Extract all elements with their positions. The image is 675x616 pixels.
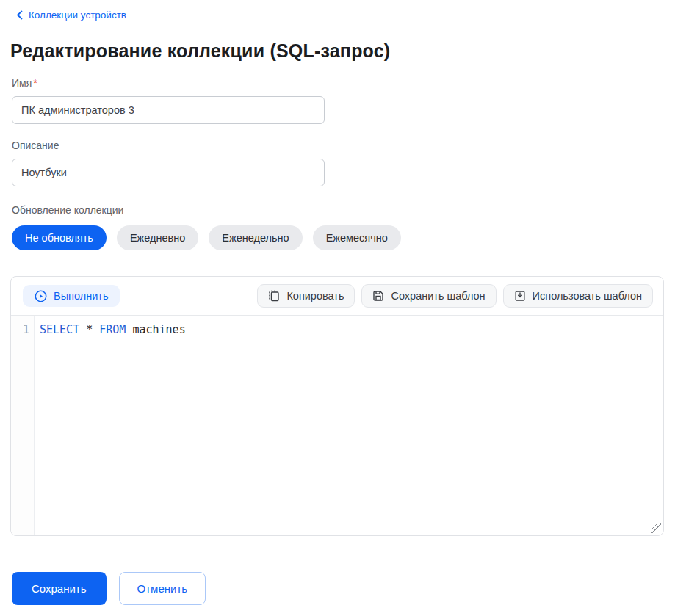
description-input[interactable] — [12, 159, 325, 186]
use-template-label: Использовать шаблон — [533, 290, 642, 302]
copy-query-button[interactable]: Копировать — [257, 284, 355, 308]
description-label: Описание — [12, 139, 675, 151]
refresh-section-label: Обновление коллекции — [12, 204, 675, 216]
refresh-option-monthly[interactable]: Ежемесячно — [313, 225, 401, 250]
sql-code-editor[interactable]: 1 SELECT * FROM machines — [11, 316, 663, 535]
cancel-button[interactable]: Отменить — [119, 572, 206, 605]
editor-resize-handle[interactable] — [651, 523, 661, 533]
page-title: Редактирование коллекции (SQL-запрос) — [10, 40, 675, 62]
save-template-button[interactable]: Сохранить шаблон — [361, 284, 496, 308]
description-field-group: Описание — [12, 139, 675, 186]
sql-keyword-select: SELECT — [40, 323, 79, 336]
copy-icon — [268, 290, 280, 302]
line-number-gutter: 1 — [11, 316, 35, 535]
import-template-icon — [514, 290, 526, 302]
refresh-option-daily[interactable]: Ежедневно — [117, 225, 198, 250]
name-field-group: Имя* — [12, 77, 675, 124]
code-line[interactable]: SELECT * FROM machines — [35, 316, 663, 535]
save-template-label: Сохранить шаблон — [391, 290, 485, 302]
line-number: 1 — [23, 323, 29, 336]
save-button[interactable]: Сохранить — [12, 572, 107, 605]
run-query-button[interactable]: Выполнить — [23, 285, 120, 307]
copy-query-label: Копировать — [286, 290, 344, 302]
run-query-label: Выполнить — [54, 290, 108, 302]
sql-keyword-from: FROM — [99, 323, 126, 336]
refresh-option-weekly[interactable]: Еженедельно — [209, 225, 302, 250]
sql-editor-toolbar: Выполнить Копировать — [11, 277, 663, 316]
required-asterisk: * — [33, 77, 37, 89]
play-circle-icon — [35, 290, 47, 302]
sql-editor-panel: Выполнить Копировать — [10, 276, 664, 536]
save-floppy-icon — [372, 290, 384, 302]
form-actions: Сохранить Отменить — [12, 572, 675, 605]
chevron-left-icon — [16, 10, 23, 20]
sql-asterisk: * — [79, 323, 99, 336]
use-template-button[interactable]: Использовать шаблон — [503, 284, 653, 308]
name-input[interactable] — [12, 96, 325, 124]
toolbar-right-group: Копировать Сохранить шаблон — [257, 284, 653, 308]
back-to-collections-link[interactable]: Коллекции устройств — [16, 10, 126, 21]
refresh-options-segmented-control: Не обновлять Ежедневно Еженедельно Ежеме… — [12, 225, 675, 250]
back-link-label: Коллекции устройств — [29, 10, 126, 21]
name-label: Имя* — [12, 77, 675, 89]
sql-table-name: machines — [126, 323, 185, 336]
refresh-option-never[interactable]: Не обновлять — [12, 225, 107, 250]
